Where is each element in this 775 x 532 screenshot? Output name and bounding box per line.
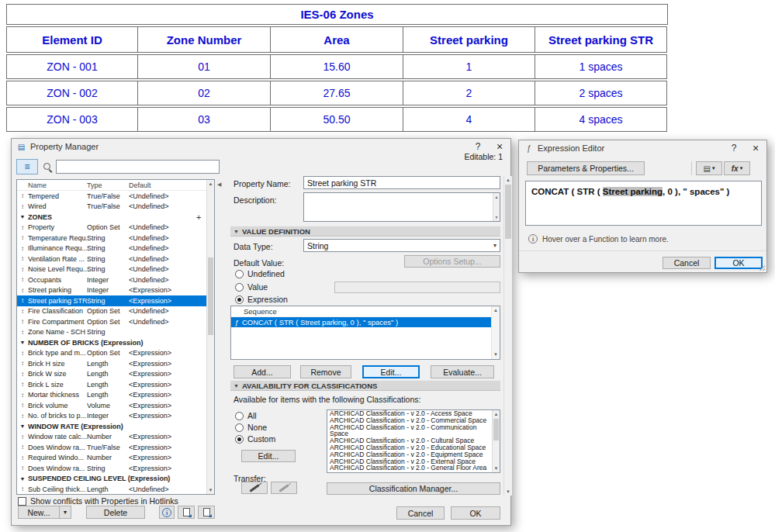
new-dropdown-button[interactable]: ▾ [59,506,71,519]
property-name-input[interactable]: Street parking STR [303,176,500,189]
description-input[interactable]: ▲ ▼ [303,192,500,222]
property-row[interactable]: ↕PropertyOption Set<Undefined> [17,223,214,233]
new-button[interactable]: New... [18,506,60,519]
property-group-row[interactable]: ▼NUMBER OF BRICKS (Expression) [17,337,214,348]
scroll-down-icon[interactable]: ▼ [493,465,500,472]
cancel-button[interactable]: Cancel [396,506,445,520]
value-definition-section-header[interactable]: ▼ VALUE DEFINITION [230,226,500,237]
column-header-type[interactable]: Type [87,181,129,189]
property-group-row[interactable]: ▼ZONES+ [17,212,214,223]
property-list-header[interactable]: Name Type Default [17,180,214,191]
list-view-toggle-button[interactable]: ≡ [16,159,38,174]
property-row[interactable]: ↕Zone Name - SCHString [17,327,214,338]
property-row[interactable]: ↕Brick type and m...Option Set<Expressio… [17,348,214,359]
property-group-row[interactable]: ▼WINDOW RATE (Expression) [17,421,214,432]
scroll-up-icon[interactable]: ▲ [493,410,500,418]
group-collapse-icon[interactable]: ▼ [17,423,28,429]
property-row[interactable]: ↕No. of bricks to p...Integer<Expression… [17,411,214,422]
group-add-icon[interactable]: + [196,212,206,222]
property-row[interactable]: ↕Window rate calc...Number<Expression> [17,432,214,443]
radio-all[interactable]: All [235,411,257,420]
property-row[interactable]: ↕WiredTrue/False<Undefined> [17,202,214,212]
scroll-down-icon[interactable]: ▼ [207,486,214,494]
property-row[interactable]: ↕Required Windo...Number<Expression> [17,453,214,464]
transfer-inject-button[interactable] [271,482,297,494]
property-row[interactable]: ↕Does Window ra...String<Expression> [17,463,214,474]
search-input[interactable] [56,160,220,174]
property-manager-titlebar[interactable]: ▤ Property Manager ? × [12,139,510,154]
property-row[interactable]: ↕Ventilation Rate ...String<Undefined> [17,254,214,264]
info-button[interactable]: i [159,506,175,519]
keyboard-shortcuts-button[interactable]: ▤ ▾ [696,161,722,175]
property-row[interactable]: ↕Brick H sizeLength<Expression> [17,358,214,369]
parameters-properties-button[interactable]: Parameters & Properties... [527,161,645,175]
property-row[interactable]: ↕OccupantsInteger<Undefined> [17,275,214,285]
sequence-scrollbar[interactable]: ▲ ▼ [491,306,500,359]
property-row[interactable]: ↕Does Window ra...True/False<Expression> [17,442,214,453]
property-row[interactable]: ↕TemperedTrue/False<Undefined> [17,191,214,202]
property-row[interactable]: ↕Temperature Requ...String<Undefined> [17,233,214,244]
property-row[interactable]: ↕Mortar thicknessLength<Expression> [17,390,214,401]
details-panel-scrollbar[interactable]: ▲ ▼ [503,176,512,496]
delete-button[interactable]: Delete [86,506,145,519]
expression-input[interactable]: CONCAT ( STR ( Street parking, 0 ), " sp… [525,181,762,226]
ok-button[interactable]: OK [451,506,500,520]
radio-value[interactable]: Value [235,282,268,292]
property-row[interactable]: ↕Brick volumeVolume<Expression> [17,400,214,411]
property-group-row[interactable]: ▼SUSPENDED CEILING LEVEL (Expression) [17,474,214,485]
scroll-up-icon[interactable]: ▲ [207,180,214,188]
cancel-button[interactable]: Cancel [663,257,711,269]
property-row[interactable]: ↕Illuminance Requ...String<Undefined> [17,244,214,254]
scroll-up-icon[interactable]: ▲ [492,307,500,314]
column-header-default[interactable]: Default [129,181,151,189]
radio-custom[interactable]: Custom [235,434,275,444]
property-row[interactable]: ↕Fire CompartmentOption Set<Undefined> [17,316,214,327]
export-properties-button[interactable] [198,506,215,519]
property-row[interactable]: ↕Brick L sizeLength<Expression> [17,379,214,390]
radio-expression[interactable]: Expression [235,295,288,304]
close-button[interactable]: × [745,140,766,156]
ok-button[interactable]: OK [714,257,763,269]
property-row[interactable]: ↕Brick W sizeLength<Expression> [17,369,214,380]
classification-item[interactable]: ARCHICAD Classification - v 2.0 - Commun… [327,424,492,438]
scroll-down-icon[interactable]: ▼ [504,488,512,496]
scroll-up-icon[interactable]: ▲ [493,193,500,201]
description-scrollbar[interactable]: ▲ ▼ [493,193,500,221]
edit-button[interactable]: Edit... [362,365,420,378]
scroll-down-icon[interactable]: ▼ [493,213,500,221]
scrollbar-thumb[interactable] [505,185,511,239]
edit-classifications-button[interactable]: Edit... [241,450,296,462]
group-collapse-icon[interactable]: ▼ [17,340,28,345]
classification-item[interactable]: ARCHICAD Classification - v 2.0 - Genera… [327,465,492,473]
remove-button[interactable]: Remove [300,365,351,378]
availability-section-header[interactable]: ▼ AVAILABILITY FOR CLASSIFICATIONS [230,380,500,391]
property-row[interactable]: ↕Sub Ceiling thick...Length<Undefined> [17,484,214,495]
help-button[interactable]: ? [723,140,745,156]
expression-highlighted-token[interactable]: Street parking [603,187,663,196]
checkbox-box[interactable] [18,497,26,506]
data-type-select[interactable]: String ▾ [303,239,500,252]
scrollbar-thumb[interactable] [493,419,499,440]
expression-editor-titlebar[interactable]: ƒ Expression Editor ? × [519,140,766,156]
group-collapse-icon[interactable]: ▼ [17,214,28,219]
functions-button[interactable]: fx ▾ [724,161,750,175]
classifications-scrollbar[interactable]: ▲ ▼ [492,410,500,472]
property-row[interactable]: ↕Street parking STRString<Expression> [17,295,214,306]
property-list-scrollbar[interactable]: ▲ ▼ [206,180,214,494]
sequence-row[interactable]: ƒCONCAT ( STR ( Street parking, 0 ), " s… [231,317,491,327]
sequence-header[interactable]: Sequence [231,306,500,317]
show-conflicts-checkbox[interactable]: Show conflicts with Properties in Hotlin… [18,496,178,506]
scrollbar-thumb[interactable] [208,257,213,335]
evaluate-button[interactable]: Evaluate... [431,365,494,378]
import-properties-button[interactable] [178,506,195,519]
property-row[interactable]: ↕Fire ClassificationOption Set<Undefined… [17,306,214,317]
property-row[interactable]: ↕Street parkingInteger<Expression> [17,285,214,296]
scroll-up-icon[interactable]: ▲ [504,176,512,184]
group-collapse-icon[interactable]: ▼ [17,476,28,482]
radio-none[interactable]: None [235,423,267,432]
add-button[interactable]: Add... [234,365,291,378]
classification-manager-button[interactable]: Classification Manager... [327,482,500,495]
scroll-down-icon[interactable]: ▼ [492,351,500,358]
panel-collapse-icon[interactable]: ◀ [217,181,221,188]
transfer-pickup-button[interactable] [241,482,268,494]
